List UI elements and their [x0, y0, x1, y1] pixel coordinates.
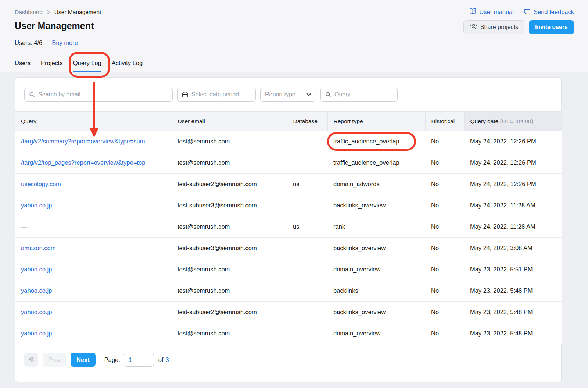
timezone-suffix: (UTC−04:00): [500, 118, 533, 124]
tab-query-log[interactable]: Query Log: [73, 60, 101, 72]
cell-historical: No: [425, 323, 464, 344]
table-row: yahoo.co.jptest@semrush.comdomain_overvi…: [15, 323, 562, 344]
breadcrumb: Dashboard User Management: [15, 9, 101, 15]
cell-query-date: May 24, 2022, 12:26 PM: [464, 152, 562, 174]
cell-query: /targ/v2/top_pages?report=overview&type=…: [15, 152, 172, 174]
table-row: /targ/v2/top_pages?report=overview&type=…: [15, 152, 562, 174]
invite-users-button[interactable]: Invite users: [529, 20, 574, 34]
column-header-query-date: Query date (UTC−04:00): [464, 112, 562, 131]
cell-historical: No: [425, 259, 464, 280]
table-row: yahoo.co.jptest@semrush.combacklinksNoMa…: [15, 280, 562, 302]
cell-report-type: backlinks_overview: [327, 302, 425, 323]
of-label: of: [158, 356, 164, 363]
cell-query: yahoo.co.jp: [15, 302, 172, 323]
query-link[interactable]: yahoo.co.jp: [21, 330, 52, 337]
cell-query: /targ/v2/summary?report=overview&type=su…: [15, 131, 172, 152]
page-number-input[interactable]: [124, 353, 154, 367]
next-page-button[interactable]: Next: [71, 353, 96, 367]
cell-query-date: May 23, 2022, 5:48 PM: [464, 302, 562, 323]
report-type-label: Report type: [265, 91, 295, 98]
pagination: Prev Next Page: of 3: [15, 344, 561, 375]
cell-user-email: test@semrush.com: [172, 280, 287, 302]
cell-historical: No: [425, 174, 464, 195]
cell-database: [287, 259, 327, 280]
header-buttons: Share projects Invite users: [463, 20, 574, 34]
query-log-panel: Select date period Report type: [15, 77, 562, 382]
query-link[interactable]: amazon.com: [21, 245, 55, 251]
cell-report-type: traffic_audience_overlap: [327, 131, 425, 152]
total-pages-link[interactable]: 3: [166, 356, 169, 363]
invite-users-label: Invite users: [535, 24, 568, 31]
cell-database: [287, 302, 327, 323]
cell-query-date: May 24, 2022, 11:28 AM: [464, 216, 562, 238]
buy-more-link[interactable]: Buy more: [52, 39, 78, 46]
cell-report-type: rank: [327, 216, 425, 238]
cell-user-email: test-subuser2@semrush.com: [172, 174, 287, 195]
breadcrumb-dashboard-link[interactable]: Dashboard: [15, 9, 43, 15]
table-row: usecology.comtest-subuser2@semrush.comus…: [15, 174, 562, 195]
page-header: Dashboard User Management User manual Se…: [0, 0, 588, 72]
query-link[interactable]: yahoo.co.jp: [21, 309, 52, 315]
cell-query-date: May 24, 2022, 3:08 AM: [464, 238, 562, 259]
table-row: yahoo.co.jptest-subuser2@semrush.comback…: [15, 302, 562, 323]
send-feedback-link[interactable]: Send feedback: [524, 8, 574, 16]
cell-user-email: test-subuser2@semrush.com: [172, 302, 287, 323]
report-type-dropdown[interactable]: Report type: [260, 88, 316, 102]
send-feedback-label: Send feedback: [534, 8, 574, 15]
column-header-database: Database: [287, 112, 327, 131]
table-row: /targ/v2/summary?report=overview&type=su…: [15, 131, 562, 152]
cell-database: us: [287, 174, 327, 195]
cell-user-email: test@semrush.com: [172, 216, 287, 238]
book-icon: [469, 8, 476, 16]
cell-user-email: test@semrush.com: [172, 131, 287, 152]
chevron-down-icon: [306, 93, 311, 96]
tab-users[interactable]: Users: [15, 60, 31, 72]
search-icon: [325, 92, 331, 97]
cell-database: [287, 238, 327, 259]
cell-query-date: May 24, 2022, 12:26 PM: [464, 131, 562, 152]
users-counter-row: Users: 4/6 Buy more: [15, 39, 78, 46]
double-chevron-left-icon: [29, 357, 34, 363]
cell-database: [287, 323, 327, 344]
share-projects-button[interactable]: Share projects: [463, 20, 524, 34]
column-header-user-email: User email: [172, 112, 287, 131]
cell-database: [287, 131, 327, 152]
tab-activity-log[interactable]: Activity Log: [112, 60, 143, 72]
cell-query: yahoo.co.jp: [15, 259, 172, 280]
first-page-button[interactable]: [24, 353, 38, 367]
query-link[interactable]: /targ/v2/summary?report=overview&type=su…: [21, 138, 145, 145]
cell-query-date: May 23, 2022, 5:48 PM: [464, 323, 562, 344]
tab-bar: Users Projects Query Log Activity Log: [15, 60, 143, 72]
cell-user-email: test@semrush.com: [172, 259, 287, 280]
table-row: yahoo.co.jptest@semrush.comdomain_overvi…: [15, 259, 562, 280]
table-row: yahoo.co.jptest-subuser3@semrush.comback…: [15, 195, 562, 216]
share-projects-label: Share projects: [480, 24, 518, 31]
cell-user-email: test-subuser3@semrush.com: [172, 238, 287, 259]
query-link[interactable]: usecology.com: [21, 181, 61, 187]
cell-user-email: test@semrush.com: [172, 323, 287, 344]
query-link[interactable]: /targ/v2/top_pages?report=overview&type=…: [21, 159, 145, 166]
search-email-input[interactable]: [38, 91, 168, 98]
query-link[interactable]: yahoo.co.jp: [21, 202, 52, 209]
cell-report-type: traffic_audience_overlap: [327, 152, 425, 174]
query-link[interactable]: yahoo.co.jp: [21, 287, 52, 294]
search-email-field[interactable]: [24, 88, 173, 102]
cell-query-date: May 24, 2022, 12:26 PM: [464, 174, 562, 195]
cell-query: usecology.com: [15, 174, 172, 195]
tab-projects[interactable]: Projects: [41, 60, 63, 72]
header-links: User manual Send feedback: [469, 8, 574, 16]
prev-page-button[interactable]: Prev: [43, 353, 66, 367]
cell-database: [287, 152, 327, 174]
cell-historical: No: [425, 131, 464, 152]
breadcrumb-current: User Management: [54, 9, 101, 15]
query-search-input[interactable]: [334, 91, 393, 98]
query-link[interactable]: yahoo.co.jp: [21, 266, 52, 273]
date-period-select[interactable]: Select date period: [177, 88, 256, 102]
query-search-field[interactable]: [320, 88, 398, 102]
cell-report-type: backlinks: [327, 280, 425, 302]
people-icon: [470, 24, 477, 31]
query-log-table: Query User email Database Report type Hi…: [15, 111, 562, 344]
user-manual-link[interactable]: User manual: [469, 8, 514, 16]
cell-query: yahoo.co.jp: [15, 195, 172, 216]
cell-query: —: [15, 216, 172, 238]
